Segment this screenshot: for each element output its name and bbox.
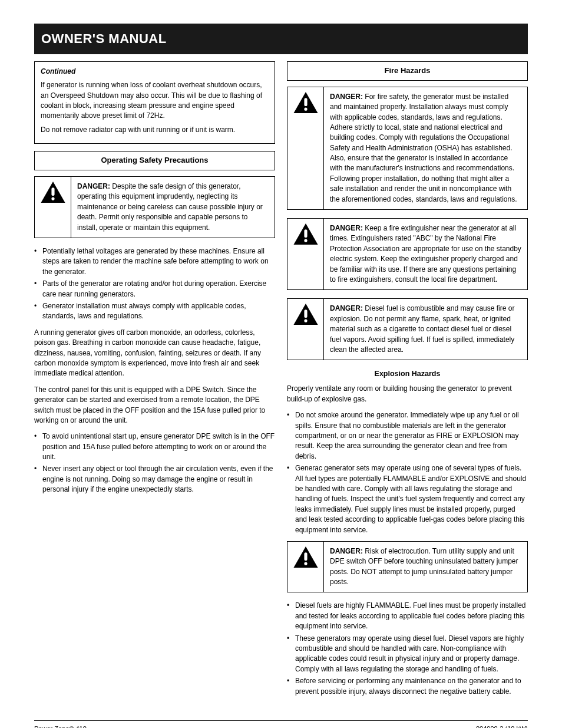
svg-rect-2: [304, 98, 307, 106]
warning-icon-cell: [287, 299, 324, 360]
list-item: Before servicing or performing any maint…: [295, 676, 528, 697]
danger-lead: DANGER:: [77, 182, 110, 190]
svg-point-9: [304, 562, 307, 565]
danger-box-diesel: DANGER: Diesel fuel is combustible and m…: [287, 298, 528, 360]
two-column-layout: Continued If generator is running when l…: [34, 61, 528, 703]
list-item: To avoid unintentional start up, ensure …: [42, 431, 275, 462]
svg-rect-6: [304, 310, 307, 318]
right-column: Fire Hazards DANGER: For fire safety, th…: [287, 61, 528, 703]
svg-point-5: [304, 239, 307, 242]
svg-rect-4: [304, 229, 307, 238]
list-item: Potentially lethal voltages are generate…: [42, 246, 275, 277]
explosion-subheader: Explosion Hazards: [287, 368, 528, 379]
safety-bullets-2: To avoid unintentional start up, ensure …: [34, 431, 275, 495]
danger-body: For fire safety, the generator must be i…: [330, 93, 517, 203]
warning-icon-cell: [287, 87, 324, 209]
danger-box-extinguisher: DANGER: Keep a fire extinguisher near th…: [287, 218, 528, 290]
warning-triangle-icon: [293, 546, 318, 568]
warning-triangle-icon: [293, 92, 318, 113]
list-item: Generac generator sets may operate using…: [295, 463, 528, 535]
danger-text: DANGER: Diesel fuel is combustible and m…: [324, 299, 527, 360]
danger-text: DANGER: Despite the safe design of this …: [71, 177, 275, 238]
left-column: Continued If generator is running when l…: [34, 61, 275, 703]
warning-icon-cell: [287, 542, 324, 592]
danger-body: Keep a fire extinguisher near the genera…: [330, 224, 521, 284]
danger-lead: DANGER:: [330, 93, 363, 101]
warning-icon-cell: [35, 177, 71, 238]
list-item: Generator installation must always compl…: [42, 301, 275, 322]
page-banner: OWNER'S MANUAL: [34, 24, 528, 54]
svg-point-7: [304, 319, 307, 322]
danger-text: DANGER: Keep a fire extinguisher near th…: [324, 219, 527, 289]
warning-triangle-icon: [293, 223, 318, 245]
list-item: Diesel fuels are highly FLAMMABLE. Fuel …: [295, 601, 528, 631]
footer-left: Power Zone® 410 Owner's Manual: [34, 724, 87, 728]
continued-box: Continued If generator is running when l…: [34, 61, 275, 144]
danger-lead: DANGER:: [330, 224, 363, 232]
section-header-fire: Fire Hazards: [287, 61, 528, 81]
svg-point-3: [304, 107, 307, 110]
danger-box-safety: DANGER: Despite the safe design of this …: [34, 176, 275, 238]
svg-point-1: [51, 197, 54, 200]
danger-text: DANGER: Risk of electrocution. Turn util…: [324, 542, 527, 592]
page-title: OWNER'S MANUAL: [41, 29, 521, 48]
ventilate-para: Properly ventilate any room or building …: [287, 384, 528, 404]
danger-lead: DANGER:: [330, 547, 363, 555]
carbon-monoxide-para: A running generator gives off carbon mon…: [34, 328, 275, 379]
continued-body: If generator is running when loss of coo…: [41, 80, 269, 121]
danger-box-electrocution: DANGER: Risk of electrocution. Turn util…: [287, 541, 528, 593]
dpe-switch-para: The control panel for this unit is equip…: [34, 385, 275, 426]
svg-rect-8: [304, 552, 307, 561]
danger-text: DANGER: For fire safety, the generator m…: [324, 87, 527, 209]
danger-lead: DANGER:: [330, 304, 363, 312]
safety-bullets-1: Potentially lethal voltages are generate…: [34, 246, 275, 322]
after-bullets: Diesel fuels are highly FLAMMABLE. Fuel …: [287, 601, 528, 697]
continued-line: Continued: [41, 67, 269, 77]
model-number: 004990-2 (10 kW): [476, 724, 528, 728]
product-name: Power Zone® 410: [34, 724, 87, 728]
section-header-safety: Operating Safety Precautions: [34, 151, 275, 170]
list-item: Do not smoke around the generator. Immed…: [295, 410, 528, 462]
page-footer: Power Zone® 410 Owner's Manual 004990-2 …: [34, 720, 528, 728]
explosion-bullets: Do not smoke around the generator. Immed…: [287, 410, 528, 535]
warning-triangle-icon: [41, 182, 65, 203]
warning-triangle-icon: [293, 304, 318, 325]
continued-cap: Do not remove radiator cap with unit run…: [41, 125, 269, 135]
footer-right: 004990-2 (10 kW) 3: [476, 724, 528, 728]
svg-rect-0: [51, 187, 54, 196]
danger-box-install: DANGER: For fire safety, the generator m…: [287, 87, 528, 210]
warning-icon-cell: [287, 219, 324, 289]
list-item: Never insert any object or tool through …: [42, 464, 275, 495]
list-item: Parts of the generator are rotating and/…: [42, 279, 275, 299]
list-item: These generators may operate using diese…: [295, 634, 528, 675]
